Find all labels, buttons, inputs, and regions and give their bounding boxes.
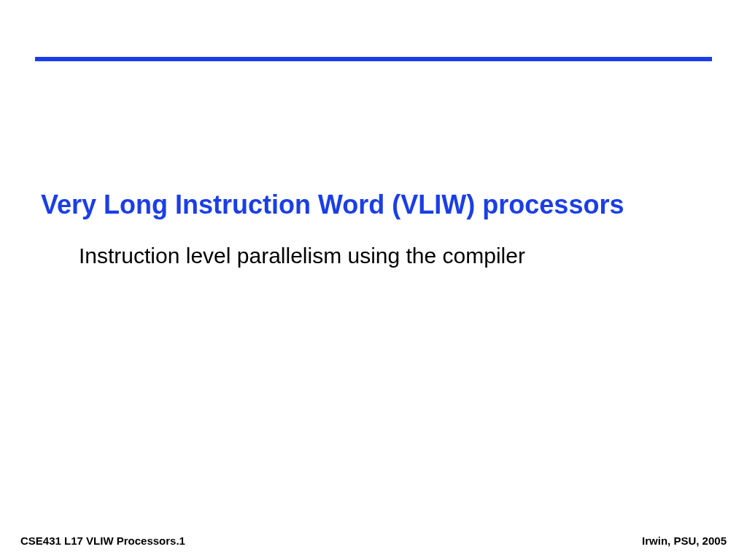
- slide-title: Very Long Instruction Word (VLIW) proces…: [41, 189, 706, 220]
- footer-left: CSE431 L17 VLIW Processors.1: [20, 534, 185, 547]
- top-divider: [35, 57, 712, 61]
- footer-right: Irwin, PSU, 2005: [642, 534, 727, 547]
- slide-body: Instruction level parallelism using the …: [79, 242, 706, 270]
